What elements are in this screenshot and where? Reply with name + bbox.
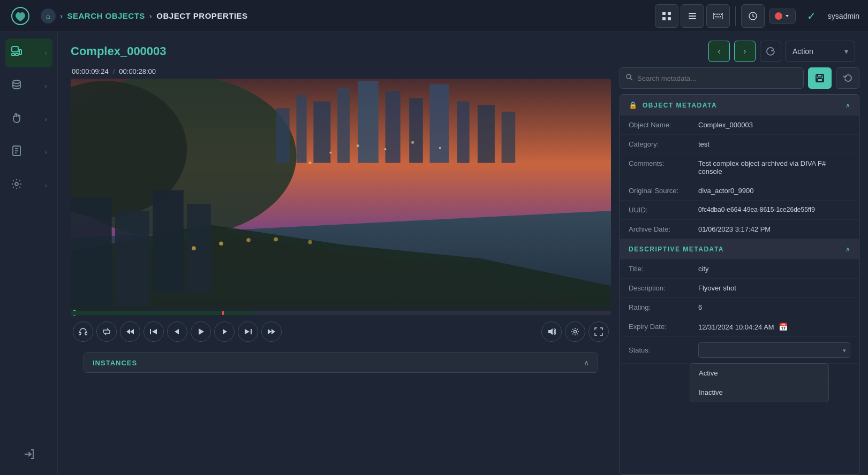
document-icon xyxy=(11,145,22,160)
hand-icon xyxy=(11,112,22,127)
svg-rect-6 xyxy=(689,16,696,17)
breadcrumb-search[interactable]: SEARCH OBJECTS xyxy=(67,11,145,20)
rating-row: Rating: 6 xyxy=(620,298,859,317)
history-nav-icon[interactable] xyxy=(741,4,765,28)
list-nav-icon[interactable] xyxy=(681,4,704,28)
status-select-wrap: Active Inactive ▾ xyxy=(698,342,850,358)
metadata-panel: 🔒 OBJECT METADATA ∧ Object Name: Complex… xyxy=(620,94,859,475)
sidebar-item-settings[interactable]: › xyxy=(5,171,52,200)
top-nav: ⌂ › SEARCH OBJECTS › OBJECT PROPERTIES xyxy=(0,0,868,32)
gear-icon xyxy=(11,178,22,193)
svg-marker-68 xyxy=(199,328,204,335)
breadcrumb-current: OBJECT PROPERTIES xyxy=(156,11,247,20)
svg-rect-19 xyxy=(12,53,14,56)
instances-label: INSTANCES xyxy=(93,359,137,367)
action-label: Action xyxy=(792,47,813,56)
svg-rect-4 xyxy=(668,17,671,20)
status-dot xyxy=(775,12,782,20)
expiry-date-value: 12/31/2024 10:04:24 AM xyxy=(698,323,774,331)
svg-rect-79 xyxy=(818,74,822,77)
svg-rect-80 xyxy=(817,79,822,81)
svg-rect-10 xyxy=(716,14,718,15)
prev-object-button[interactable]: ‹ xyxy=(708,41,730,62)
comments-value: Test complex object archived via DIVA F#… xyxy=(698,159,850,175)
grid-nav-icon[interactable] xyxy=(655,4,678,28)
search-input[interactable] xyxy=(637,74,798,82)
action-dropdown[interactable]: Action ▾ xyxy=(786,41,855,62)
settings-button[interactable] xyxy=(565,321,585,342)
svg-rect-16 xyxy=(715,18,721,18)
video-player[interactable] xyxy=(71,79,611,309)
calendar-icon[interactable]: 📅 xyxy=(779,323,788,331)
sidebar-item-document[interactable]: › xyxy=(5,138,52,167)
video-panel: 00:00:09:24 / 00:00:28:00 xyxy=(58,67,611,475)
refresh-button[interactable] xyxy=(760,41,781,62)
svg-marker-71 xyxy=(245,329,250,334)
original-source-row: Original Source: diva_actor0_9900 xyxy=(620,181,859,201)
object-metadata-header[interactable]: 🔒 OBJECT METADATA ∧ xyxy=(620,95,859,116)
title-key: Title: xyxy=(629,265,698,273)
undo-button[interactable] xyxy=(836,67,859,89)
loop-button[interactable] xyxy=(96,321,117,342)
archive-date-key: Archive Date: xyxy=(629,225,698,233)
rewind-button[interactable] xyxy=(120,321,140,342)
status-option-inactive[interactable]: Inactive xyxy=(690,383,828,402)
app-logo xyxy=(9,4,32,28)
check-button[interactable]: ✓ xyxy=(800,4,824,28)
exit-icon[interactable] xyxy=(18,443,40,469)
category-key: Category: xyxy=(629,140,698,148)
lock-icon: 🔒 xyxy=(629,101,637,109)
sidebar-chevron: › xyxy=(45,82,47,90)
status-row: Status: Active Inactive ▾ Active xyxy=(620,337,859,364)
instances-header[interactable]: INSTANCES ∧ xyxy=(84,353,598,372)
timeline-progress xyxy=(71,311,254,315)
descriptive-metadata-header[interactable]: DESCRIPTIVE METADATA ∧ xyxy=(620,239,859,259)
video-time: 00:00:09:24 / 00:00:28:00 xyxy=(71,67,611,75)
skip-forward-button[interactable] xyxy=(238,321,258,342)
sidebar-item-search[interactable]: › xyxy=(5,39,52,67)
total-time: 00:00:28:00 xyxy=(119,67,156,75)
volume-button[interactable] xyxy=(541,321,562,342)
play-button[interactable] xyxy=(191,321,211,342)
svg-rect-15 xyxy=(720,16,721,17)
user-label: sysadmin xyxy=(828,12,859,20)
uuid-key: UUID: xyxy=(629,206,698,214)
timeline-bar[interactable] xyxy=(71,311,611,315)
svg-point-75 xyxy=(574,331,577,333)
save-button[interactable] xyxy=(808,67,832,89)
keyboard-nav-icon[interactable] xyxy=(706,4,730,28)
status-option-active[interactable]: Active xyxy=(690,364,828,383)
fullscreen-button[interactable] xyxy=(588,321,609,342)
content-header: Complex_000003 ‹ › Action ▾ xyxy=(58,32,868,67)
svg-point-27 xyxy=(15,182,18,186)
archive-date-row: Archive Date: 01/06/2023 3:17:42 PM xyxy=(620,220,859,239)
home-icon[interactable]: ⌂ xyxy=(41,9,56,24)
svg-rect-70 xyxy=(251,329,252,334)
headphones-button[interactable] xyxy=(73,321,93,342)
prev-frame-button[interactable] xyxy=(167,321,187,342)
svg-rect-9 xyxy=(714,14,715,15)
comments-row: Comments: Test complex object archived v… xyxy=(620,154,859,181)
archive-date-value: 01/06/2023 3:17:42 PM xyxy=(698,225,850,233)
search-icon xyxy=(11,45,22,60)
original-source-value: diva_actor0_9900 xyxy=(698,187,850,195)
fast-forward-button[interactable] xyxy=(261,321,282,342)
sidebar-item-database[interactable]: › xyxy=(5,72,52,101)
status-select[interactable]: Active Inactive xyxy=(698,342,850,358)
status-indicator[interactable] xyxy=(769,9,796,24)
nav-icons xyxy=(655,4,765,28)
database-icon xyxy=(11,79,22,94)
next-object-button[interactable]: › xyxy=(734,41,756,62)
sidebar-item-hand[interactable]: › xyxy=(5,105,52,134)
rating-value: 6 xyxy=(698,303,850,311)
original-source-key: Original Source: xyxy=(629,187,698,195)
object-metadata-chevron: ∧ xyxy=(846,102,850,109)
svg-marker-64 xyxy=(130,329,134,334)
svg-marker-63 xyxy=(126,329,130,334)
content-area: Complex_000003 ‹ › Action ▾ 0 xyxy=(58,32,868,475)
search-input-wrap xyxy=(620,67,804,89)
next-frame-button[interactable] xyxy=(214,321,235,342)
svg-marker-74 xyxy=(548,328,553,335)
svg-rect-3 xyxy=(662,17,666,20)
skip-back-button[interactable] xyxy=(144,321,164,342)
